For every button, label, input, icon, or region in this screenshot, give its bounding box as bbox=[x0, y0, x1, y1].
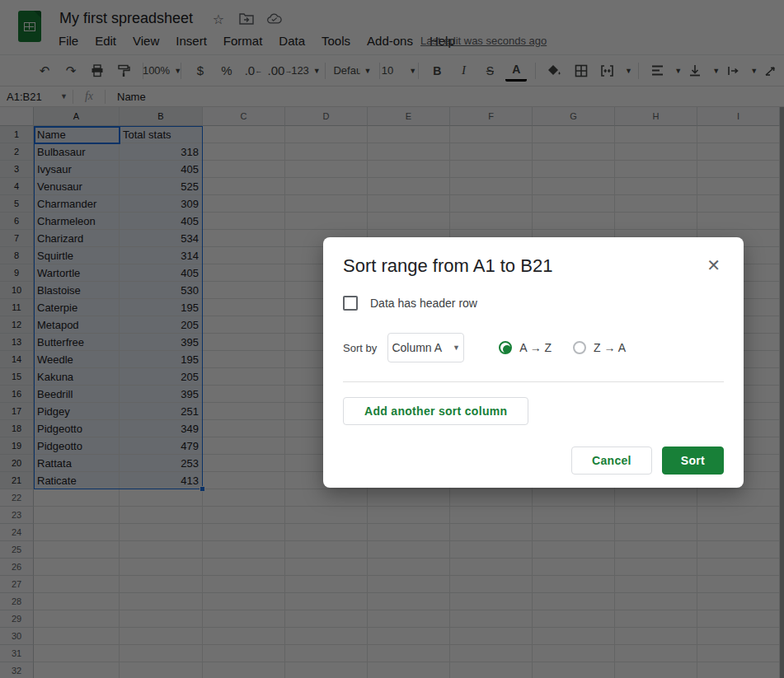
radio-option-ascending[interactable]: A → Z bbox=[499, 341, 552, 354]
close-icon[interactable]: ✕ bbox=[703, 255, 724, 275]
radio-option-descending[interactable]: Z → A bbox=[573, 341, 626, 354]
radio-ascending-label: A → Z bbox=[519, 341, 552, 354]
cancel-button[interactable]: Cancel bbox=[571, 447, 652, 475]
sort-by-label: Sort by bbox=[343, 342, 377, 354]
dialog-title: Sort range from A1 to B21 bbox=[343, 255, 552, 277]
add-sort-column-button[interactable]: Add another sort column bbox=[343, 397, 528, 425]
radio-descending-label: Z → A bbox=[594, 341, 626, 354]
radio-descending-icon[interactable] bbox=[573, 341, 586, 354]
radio-ascending-icon[interactable] bbox=[499, 341, 512, 354]
sort-order-radio-group: A → Z Z → A bbox=[499, 341, 626, 354]
sort-button[interactable]: Sort bbox=[662, 447, 724, 475]
sort-column-select[interactable]: Column A▼ bbox=[387, 333, 464, 362]
header-row-checkbox-label[interactable]: Data has header row bbox=[370, 297, 477, 310]
header-row-checkbox[interactable] bbox=[343, 296, 358, 311]
sort-range-dialog: Sort range from A1 to B21 ✕ Data has hea… bbox=[323, 237, 744, 488]
google-sheets-screen: My first spreadsheet ☆ FileEditViewInser… bbox=[0, 0, 784, 678]
